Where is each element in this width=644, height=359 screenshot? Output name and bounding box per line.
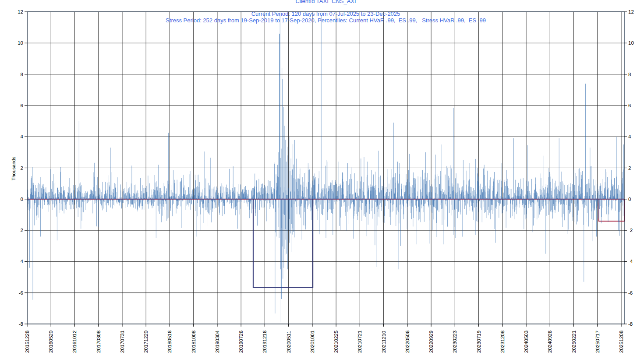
y-tick-label-right: -8 <box>628 321 633 327</box>
y-tick-label-right: 10 <box>628 40 634 46</box>
y-tick-label-right: 0 <box>628 197 631 202</box>
y-tick-label-left: 12 <box>18 9 23 14</box>
y-tick-label-left: 8 <box>21 72 23 77</box>
x-tick-label: 20181008 <box>191 331 196 353</box>
x-tick-label: 20220506 <box>405 331 410 353</box>
y-tick-label-left: 2 <box>21 165 23 171</box>
x-tick-label: 20170308 <box>96 331 101 353</box>
x-tick-label: 20250221 <box>571 331 577 353</box>
x-tick-label: 20200511 <box>286 331 291 353</box>
x-tick-label: 20211210 <box>381 331 386 353</box>
y-tick-label-right: 2 <box>628 165 631 171</box>
pnl-chart-canvas: 121210108866442200-2-2-4-4-6-6-8-8201512… <box>0 0 644 359</box>
y-tick-label-right: -4 <box>628 259 633 264</box>
x-tick-label: 20240503 <box>524 331 529 353</box>
y-tick-label-left: 0 <box>21 197 23 202</box>
x-tick-label: 20250717 <box>595 331 600 353</box>
x-tick-label: 20210225 <box>333 331 339 353</box>
y-tick-label-right: -6 <box>628 290 633 296</box>
y-tick-label-left: 6 <box>21 103 23 108</box>
chart-subtitle-current-period: Current Period: 120 days from 07-Jul-202… <box>27 11 624 17</box>
x-tick-label: 20210721 <box>357 331 362 353</box>
y-tick-label-right: 8 <box>628 72 631 77</box>
x-tick-label: 20220929 <box>428 331 434 353</box>
y-tick-label-left: -8 <box>19 321 23 327</box>
y-axis-title: Thousands <box>11 151 17 186</box>
x-tick-label: 20230223 <box>452 331 457 353</box>
x-tick-label: 20251208 <box>619 331 624 353</box>
x-tick-label: 20190304 <box>215 330 220 353</box>
x-tick-label: 20190726 <box>238 331 244 353</box>
y-tick-label-left: -6 <box>19 290 23 296</box>
y-tick-label-right: 6 <box>628 103 631 108</box>
y-tick-label-right: 12 <box>628 9 634 14</box>
x-tick-label: 20191216 <box>262 331 267 353</box>
x-tick-label: 20160520 <box>48 331 53 353</box>
x-tick-label: 20230719 <box>476 331 481 353</box>
x-tick-label: 20161012 <box>72 331 77 353</box>
y-tick-label-right: -2 <box>628 228 633 233</box>
x-tick-label: 20171220 <box>143 331 149 353</box>
chart-subtitle-stress-period: Stress Period: 252 days from 19-Sep-2019… <box>27 17 624 24</box>
x-tick-label: 20201001 <box>310 331 315 353</box>
y-tick-label-left: 4 <box>21 134 24 139</box>
x-tick-label: 20170731 <box>120 331 125 353</box>
y-tick-label-left: 10 <box>18 40 23 46</box>
y-tick-label-left: -4 <box>19 259 24 264</box>
y-tick-label-right: 4 <box>628 134 631 139</box>
x-tick-label: 20240926 <box>547 331 552 353</box>
y-tick-label-left: -2 <box>19 228 23 233</box>
pnl-chart-window: 121210108866442200-2-2-4-4-6-6-8-8201512… <box>0 0 644 359</box>
x-tick-label: 20231208 <box>500 331 505 353</box>
chart-title: ClientId TAXI CNS_AXI <box>27 0 624 4</box>
x-tick-label: 20180516 <box>167 331 172 353</box>
x-tick-label: 20151228 <box>25 331 30 353</box>
